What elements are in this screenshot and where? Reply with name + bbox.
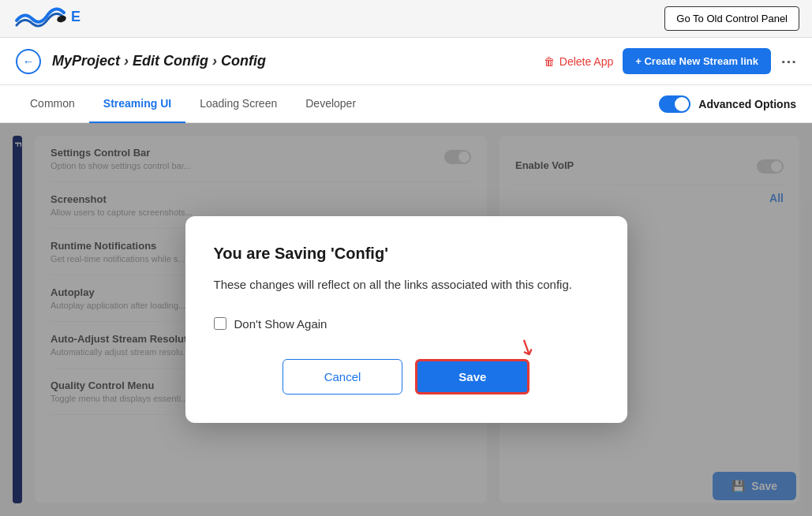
more-options-button[interactable]: ⋯ (780, 52, 796, 71)
old-panel-button[interactable]: Go To Old Control Panel (664, 6, 799, 31)
advanced-options-label: Advanced Options (698, 98, 796, 110)
modal-cancel-button[interactable]: Cancel (283, 359, 403, 394)
dont-show-again-label: Don't Show Again (234, 317, 327, 331)
modal-actions: ↘ Cancel Save (214, 359, 599, 394)
tab-developer[interactable]: Developer (291, 85, 370, 123)
create-stream-button[interactable]: + Create New Stream link (623, 48, 771, 74)
dont-show-again-checkbox[interactable] (214, 317, 226, 330)
breadcrumb-separator2: › (212, 53, 221, 69)
main-content: F Settings Control Bar Option to show se… (0, 123, 812, 516)
tabs-bar: Common Streaming UI Loading Screen Devel… (0, 85, 812, 123)
modal-description: These changes will reflect on all the li… (214, 275, 599, 295)
logo-area: E (13, 5, 80, 33)
delete-app-label: Delete App (559, 55, 614, 68)
tab-common[interactable]: Common (16, 85, 89, 123)
back-button[interactable]: ← (16, 49, 41, 74)
breadcrumb-part3: Config (221, 53, 266, 69)
top-bar: E Go To Old Control Panel (0, 0, 812, 38)
advanced-options-toggle[interactable] (659, 95, 690, 113)
logo-icon (13, 5, 68, 33)
modal-title: You are Saving 'Config' (214, 245, 599, 263)
advanced-options-toggle-area: Advanced Options (659, 95, 796, 113)
modal-checkbox-row: Don't Show Again (214, 317, 599, 331)
breadcrumb-separator1: › (124, 53, 133, 69)
app-name-label: E (71, 9, 80, 25)
breadcrumb-part1: MyProject (52, 53, 120, 69)
header-actions: 🗑 Delete App + Create New Stream link ⋯ (544, 48, 796, 74)
delete-app-button[interactable]: 🗑 Delete App (544, 55, 614, 68)
svg-point-0 (56, 14, 67, 24)
save-modal: You are Saving 'Config' These changes wi… (185, 216, 627, 423)
breadcrumb-part2: Edit Config (133, 53, 208, 69)
trash-icon: 🗑 (544, 55, 555, 68)
modal-save-button[interactable]: Save (415, 359, 529, 394)
modal-overlay: You are Saving 'Config' These changes wi… (0, 123, 812, 516)
tab-loading-screen[interactable]: Loading Screen (185, 85, 291, 123)
red-arrow: ↘ (513, 331, 541, 363)
tab-streaming-ui[interactable]: Streaming UI (89, 85, 185, 123)
breadcrumb: MyProject › Edit Config › Config (52, 53, 266, 69)
page-header: ← MyProject › Edit Config › Config 🗑 Del… (0, 38, 812, 85)
create-stream-label: + Create New Stream link (635, 55, 758, 67)
